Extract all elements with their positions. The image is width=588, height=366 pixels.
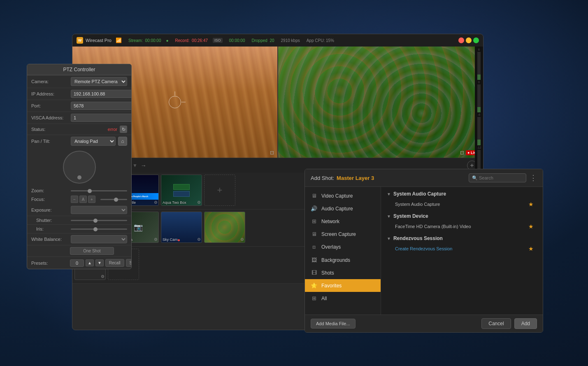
ptz-focus-auto[interactable]: A (79, 196, 87, 203)
ptz-visca-input[interactable] (71, 114, 132, 122)
content-item-rendezvous[interactable]: Create Rendezvous Session ★ (387, 244, 537, 254)
add-shot-title: Add Shot: (311, 175, 334, 181)
minimize-button[interactable] (466, 37, 472, 43)
ptz-preset-number[interactable] (70, 259, 84, 267)
more-options-icon[interactable]: ⋮ (530, 173, 537, 182)
shot-thumb-aqua-two[interactable]: Aqua Two Box ⚙ (161, 175, 202, 206)
ptz-ip-input[interactable] (71, 90, 132, 98)
preview-icon-left: ⊡ (270, 150, 274, 156)
shot-settings-aqua-title[interactable]: ⚙ (154, 200, 158, 205)
sidebar-item-audio-capture[interactable]: 🔊 Audio Capture (305, 202, 381, 215)
iso-badge: ISO (213, 38, 223, 43)
ptz-joystick-area (27, 147, 131, 187)
ptz-pan-row: Pan / Tilt: Analog Pad ⌂ (27, 135, 131, 147)
video-capture-icon: 🖥 (311, 193, 317, 199)
ptz-focus-minus[interactable]: − (71, 196, 78, 203)
ptz-focus-slider[interactable] (100, 199, 127, 200)
preview-overlay-left: ⊡ (270, 150, 274, 156)
sidebar-item-label-screen-capture: Screen Capture (321, 231, 356, 237)
ptz-status-row: Status: error ↻ (27, 124, 131, 135)
search-input[interactable] (469, 173, 526, 182)
preview-icon-right: ⊡ (460, 150, 464, 156)
ptz-home-button[interactable]: ⌂ (118, 137, 127, 146)
add-button[interactable]: Add (514, 318, 537, 329)
maximize-button[interactable] (473, 37, 479, 43)
section-system-audio: ▼ System Audio Capture System Audio Capt… (387, 191, 537, 209)
close-button[interactable] (458, 37, 464, 43)
dropdown-arrow-smooth: ▼ (132, 163, 137, 168)
content-item-facetime[interactable]: FaceTime HD Camera (Built-in) Video ★ (387, 221, 537, 231)
screen-capture-icon: 🖥 (311, 231, 317, 237)
ptz-zoom-slider[interactable] (71, 190, 127, 191)
section-header-system-audio: ▼ System Audio Capture (387, 191, 537, 197)
shot-thumb-crowd[interactable]: ⚙ (204, 212, 245, 243)
sidebar-item-label-all: All (321, 296, 327, 301)
ptz-preset-down[interactable]: ▼ (95, 259, 104, 266)
cancel-button[interactable]: Cancel (481, 318, 511, 329)
crosshair (169, 96, 181, 108)
star-button-rendezvous[interactable]: ★ (528, 245, 534, 252)
ptz-exposure-select[interactable] (71, 206, 127, 214)
ptz-ip-row: IP Address: (27, 88, 131, 100)
section-header-rendezvous: ▼ Rendezvous Session (387, 235, 537, 241)
section-system-device: ▼ System Device FaceTime HD Camera (Buil… (387, 213, 537, 231)
ptz-save-button[interactable]: Save (126, 259, 132, 267)
sidebar-item-favorites[interactable]: ⭐ Favorites (305, 279, 381, 292)
ptz-joystick[interactable] (63, 151, 96, 184)
sidebar-item-video-capture[interactable]: 🖥 Video Capture (305, 189, 381, 202)
ptz-exposure-row: Exposure: (27, 204, 131, 216)
sidebar-item-label-backgrounds: Backgrounds (321, 257, 350, 263)
ptz-joystick-dot (77, 175, 81, 180)
vol-track-3 (477, 117, 481, 145)
ptz-port-input[interactable] (71, 102, 132, 110)
ptz-focus-buttons: − A + (71, 196, 95, 203)
ptz-iris-slider[interactable] (71, 228, 127, 230)
ptz-focus-plus[interactable]: + (88, 196, 95, 203)
ptz-title: PTZ Controller (27, 64, 131, 75)
ptz-visca-label: VISCA Address: (31, 115, 68, 120)
ptz-zoom-thumb (88, 189, 92, 193)
sidebar-item-label-network: Network (321, 219, 339, 224)
content-item-system-audio[interactable]: System Audio Capture ★ (387, 199, 537, 209)
shot-settings-sky[interactable]: ⚙ (197, 237, 201, 242)
stream-stat: Stream: 00:00:00 (128, 38, 161, 43)
sidebar-item-label-audio-capture: Audio Capture (321, 206, 353, 212)
sidebar-item-screen-capture[interactable]: 🖥 Screen Capture (305, 228, 381, 240)
shot-settings-aqua-two[interactable]: ⚙ (197, 200, 201, 205)
sidebar-item-shots[interactable]: 🎞 Shots (305, 266, 381, 279)
overlays-icon: ⧈ (311, 244, 317, 250)
ptz-pan-select[interactable]: Analog Pad (71, 137, 116, 146)
shot-settings-crowd[interactable]: ⚙ (240, 237, 244, 242)
ptz-iris-thumb (93, 227, 98, 231)
ptz-recall-button[interactable]: Recall (105, 259, 124, 267)
shot-settings-camera[interactable]: ⚙ (154, 237, 158, 242)
star-button-facetime[interactable]: ★ (528, 223, 534, 230)
section-triangle-rendezvous: ▼ (387, 236, 391, 241)
shot-thumb-sky[interactable]: Sky Cam ⚙ (161, 212, 202, 243)
audio-capture-icon: 🔊 (311, 205, 317, 212)
add-media-button[interactable]: Add Media File... (311, 319, 356, 329)
sidebar-item-overlays[interactable]: ⧈ Overlays (305, 240, 381, 254)
section-rendezvous: ▼ Rendezvous Session Create Rendezvous S… (387, 235, 537, 254)
sidebar-item-backgrounds[interactable]: 🖼 Backgrounds (305, 254, 381, 266)
ptz-white-balance-row: White Balance: (27, 233, 131, 245)
sidebar-item-network[interactable]: ⊞ Network (305, 215, 381, 228)
ptz-presets-label: Presets: (31, 261, 68, 266)
ptz-visca-row: VISCA Address: (27, 112, 131, 124)
shot-add-button-1[interactable]: + (204, 175, 235, 206)
ptz-camera-select[interactable]: Remote PTZ Camera (71, 77, 127, 86)
ptz-refresh-button[interactable]: ↻ (120, 126, 127, 133)
sidebar-item-all[interactable]: ⊞ All (305, 292, 381, 305)
vol-track-2 (477, 84, 481, 112)
ptz-preset-up[interactable]: ▲ (86, 259, 94, 266)
wifi-icon: 📶 (116, 37, 122, 43)
ptz-one-shot-row: One Shot (27, 245, 131, 257)
add-shot-footer: Add Media File... Cancel Add (305, 315, 543, 332)
ptz-wb-select[interactable] (71, 235, 127, 243)
ptz-ip-label: IP Address: (31, 91, 68, 96)
ptz-one-shot-button[interactable]: One Shot (70, 247, 114, 255)
ptz-status-label: Status: (31, 127, 68, 132)
search-wrap: 🔍 (469, 173, 526, 182)
star-button-system-audio[interactable]: ★ (528, 201, 534, 207)
ptz-shutter-slider[interactable] (71, 220, 127, 221)
